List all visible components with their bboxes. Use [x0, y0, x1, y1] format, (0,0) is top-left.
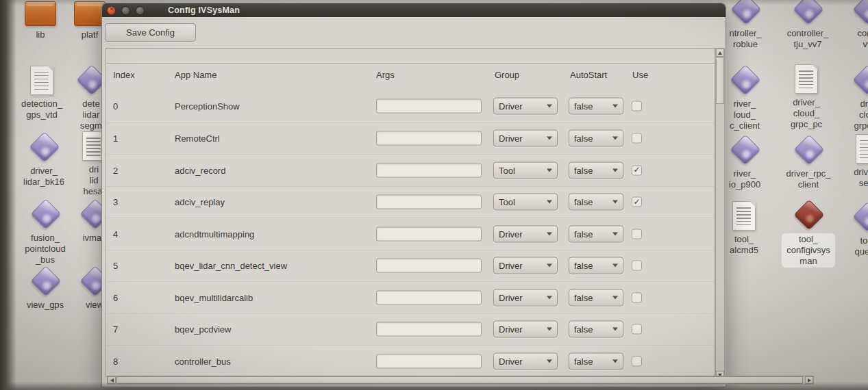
- autostart-select[interactable]: false: [569, 321, 623, 338]
- args-input[interactable]: [376, 131, 482, 146]
- icon-label: platf: [82, 29, 99, 40]
- diamond-icon: [852, 0, 868, 25]
- autostart-select-value: false: [574, 197, 593, 207]
- group-select-value: Driver: [499, 292, 523, 302]
- index-cell: 1: [113, 133, 118, 144]
- app-name-cell: bqev_lidar_cnn_detect_view: [175, 261, 287, 271]
- index-cell: 7: [113, 324, 118, 335]
- icon-label: controller_tju_vv7: [787, 28, 829, 50]
- autostart-select-value: false: [574, 101, 593, 112]
- use-checkbox[interactable]: ✓: [632, 133, 642, 144]
- document-icon: [795, 64, 818, 94]
- header-app-name: App Name: [175, 70, 216, 80]
- args-input[interactable]: [376, 226, 482, 241]
- args-input[interactable]: [376, 195, 482, 209]
- group-select[interactable]: Driver: [493, 257, 558, 274]
- icon-label: drivclougrpc_s: [854, 99, 868, 131]
- scroll-left-button[interactable]: [108, 376, 116, 384]
- vertical-scroll-thumb[interactable]: [716, 57, 724, 104]
- group-select[interactable]: Tool: [493, 161, 558, 179]
- app-config-table: Index App Name Args Group AutoStart Use …: [106, 48, 715, 377]
- save-config-button[interactable]: Save Config: [105, 23, 196, 42]
- autostart-select[interactable]: false: [569, 289, 623, 306]
- group-select-value: Driver: [499, 133, 523, 144]
- group-select[interactable]: Driver: [493, 98, 558, 115]
- use-checkbox[interactable]: ✓: [632, 101, 642, 112]
- desktop-icon[interactable]: driver_serv: [826, 133, 868, 189]
- use-checkbox[interactable]: ✓: [632, 356, 642, 366]
- index-cell: 5: [113, 261, 118, 271]
- desktop-icon[interactable]: toolqueryr: [826, 201, 868, 257]
- app-name-cell: RemoteCtrl: [175, 133, 220, 144]
- scroll-right-button[interactable]: [805, 376, 813, 384]
- horizontal-scroll-thumb[interactable]: [116, 376, 803, 384]
- icon-label: driver_serv: [854, 167, 868, 189]
- document-lines: [86, 138, 101, 157]
- check-icon: ✓: [633, 166, 640, 174]
- use-checkbox[interactable]: ✓: [632, 165, 642, 175]
- close-icon[interactable]: [107, 6, 116, 15]
- app-name-cell: bqev_multilidarcalib: [175, 292, 253, 302]
- header-use: Use: [632, 70, 648, 80]
- scroll-up-button[interactable]: [716, 49, 724, 57]
- args-input[interactable]: [376, 259, 482, 273]
- args-input[interactable]: [376, 290, 482, 304]
- table-row: 7 bqev_pcdview Driver false ✓: [106, 313, 715, 345]
- autostart-select-value: false: [574, 261, 593, 271]
- diamond-icon: [852, 64, 868, 95]
- autostart-select[interactable]: false: [569, 225, 623, 242]
- use-checkbox[interactable]: ✓: [632, 292, 642, 302]
- autostart-select[interactable]: false: [569, 130, 623, 147]
- icon-label: river_loud_c_client: [730, 99, 760, 131]
- args-input[interactable]: [376, 99, 482, 114]
- group-select[interactable]: Driver: [493, 289, 558, 306]
- table-header: Index App Name Args Group AutoStart Use: [106, 63, 715, 90]
- autostart-select[interactable]: false: [569, 161, 623, 179]
- group-select-value: Driver: [499, 356, 523, 366]
- group-select[interactable]: Driver: [493, 352, 558, 369]
- use-checkbox[interactable]: ✓: [632, 229, 642, 239]
- index-cell: 0: [113, 101, 118, 112]
- group-select[interactable]: Driver: [493, 130, 558, 147]
- horizontal-scrollbar[interactable]: [107, 376, 814, 385]
- table-rows: 0 PerceptionShow Driver false ✓ 1 Remote…: [106, 90, 715, 376]
- diamond-icon: [730, 0, 761, 25]
- icon-label: toolqueryr: [855, 235, 868, 257]
- red-diamond-icon: [793, 199, 824, 230]
- titlebar[interactable]: Config IVSysMan: [102, 3, 726, 17]
- args-input[interactable]: [376, 163, 482, 177]
- diamond-icon: [730, 64, 760, 95]
- icon-label: detelidarsegm: [80, 99, 102, 131]
- autostart-select[interactable]: false: [569, 194, 623, 211]
- minimize-icon[interactable]: [121, 6, 130, 15]
- autostart-select[interactable]: false: [569, 352, 623, 369]
- maximize-icon[interactable]: [136, 6, 145, 15]
- args-input[interactable]: [376, 354, 482, 368]
- group-select[interactable]: Driver: [493, 225, 558, 242]
- icon-label: lib: [36, 29, 45, 40]
- app-name-cell: adciv_replay: [175, 197, 225, 207]
- desktop-icon[interactable]: drivclougrpc_s: [826, 64, 868, 131]
- autostart-select-value: false: [574, 356, 593, 366]
- group-select-value: Driver: [499, 324, 523, 335]
- table-row: 6 bqev_multilidarcalib Driver false ✓: [106, 281, 715, 313]
- vertical-scrollbar[interactable]: [715, 48, 725, 380]
- index-cell: 4: [113, 229, 118, 239]
- autostart-select-value: false: [574, 133, 593, 144]
- group-select[interactable]: Tool: [493, 194, 558, 211]
- use-checkbox[interactable]: ✓: [632, 261, 642, 271]
- use-checkbox[interactable]: ✓: [632, 324, 642, 335]
- autostart-select[interactable]: false: [569, 257, 623, 274]
- group-select[interactable]: Driver: [493, 321, 558, 338]
- table-row: 8 controller_bus Driver false ✓: [106, 345, 715, 376]
- document-lines: [860, 140, 868, 159]
- icon-label: contrvv: [858, 28, 868, 50]
- autostart-select[interactable]: false: [569, 98, 623, 115]
- desktop-icon[interactable]: contrvv: [826, 0, 868, 50]
- use-checkbox[interactable]: ✓: [632, 197, 642, 207]
- args-input[interactable]: [376, 322, 482, 337]
- app-name-cell: PerceptionShow: [175, 101, 240, 112]
- icon-label: driver_cloud_grpc_pc: [791, 97, 822, 130]
- diamond-icon: [793, 0, 823, 25]
- app-name-cell: controller_bus: [175, 356, 231, 366]
